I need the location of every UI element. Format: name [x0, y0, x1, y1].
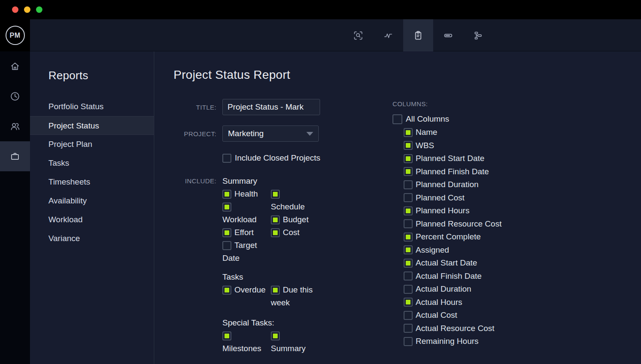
checkbox[interactable]: [404, 167, 413, 176]
include-item-milestones[interactable]: Milestones: [222, 329, 267, 355]
home-icon[interactable]: [0, 51, 30, 81]
checkbox-label: Planned Finish Date: [416, 167, 489, 176]
include-item-schedule[interactable]: Schedule: [271, 188, 316, 213]
zoom-window-button[interactable]: [36, 6, 42, 13]
checkbox[interactable]: [404, 219, 413, 228]
include-item-overdue[interactable]: Overdue: [222, 283, 267, 296]
reports-icon[interactable]: [403, 19, 433, 51]
sidebar-item-project-plan[interactable]: Project Plan: [30, 135, 154, 154]
checkbox-label: Planned Hours: [416, 206, 470, 215]
checkbox[interactable]: [404, 311, 413, 320]
app-logo[interactable]: PM: [0, 19, 30, 51]
include-item-workload[interactable]: Workload: [222, 200, 267, 226]
column-item-planned-start-date[interactable]: Planned Start Date: [404, 152, 502, 165]
checkbox[interactable]: [404, 141, 413, 150]
time-icon[interactable]: [0, 81, 30, 111]
checkbox[interactable]: [271, 190, 280, 199]
checkbox[interactable]: [271, 215, 280, 224]
projects-icon[interactable]: [0, 141, 30, 171]
checkbox-label: Workload: [222, 215, 257, 224]
pm-logo-icon: PM: [6, 26, 25, 45]
all-columns-checkbox[interactable]: [392, 114, 402, 124]
include-item-cost[interactable]: Cost: [271, 226, 316, 239]
include-item-target-date[interactable]: Target Date: [222, 239, 267, 265]
team-icon[interactable]: [0, 111, 30, 141]
activity-icon[interactable]: [373, 19, 403, 51]
column-item-remaining-hours[interactable]: Remaining Hours: [404, 335, 502, 348]
column-item-planned-finish-date[interactable]: Planned Finish Date: [404, 165, 502, 179]
sidebar-item-tasks[interactable]: Tasks: [30, 154, 154, 173]
include-item-due-this-week[interactable]: Due this week: [271, 283, 316, 309]
checkbox[interactable]: [404, 180, 413, 189]
checkbox[interactable]: [222, 241, 231, 250]
report-form: TITLE: PROJECT: Marketing Include Closed…: [174, 82, 392, 355]
checkbox[interactable]: [222, 203, 231, 212]
sidebar-item-timesheets[interactable]: Timesheets: [30, 173, 154, 191]
columns-list: Name WBS Planned Start Date Planned Fini…: [392, 126, 502, 348]
window-titlebar: [0, 0, 641, 19]
checkbox[interactable]: [222, 228, 231, 237]
include-field-label: INCLUDE:: [174, 175, 216, 355]
checkbox[interactable]: [404, 128, 413, 137]
checkbox-label: Health: [234, 189, 258, 198]
include-item-budget[interactable]: Budget: [271, 213, 316, 226]
checkbox[interactable]: [271, 228, 280, 237]
sidebar-item-availability[interactable]: Availability: [30, 191, 154, 210]
include-closed-checkbox[interactable]: [222, 154, 231, 163]
column-item-planned-hours[interactable]: Planned Hours: [404, 204, 502, 218]
close-window-button[interactable]: [12, 6, 18, 13]
checkbox[interactable]: [404, 206, 413, 215]
column-item-name[interactable]: Name: [404, 126, 502, 139]
sidebar-item-workload[interactable]: Workload: [30, 210, 154, 229]
column-item-actual-finish-date[interactable]: Actual Finish Date: [404, 270, 502, 283]
sidebar-item-variance[interactable]: Variance: [30, 229, 154, 248]
checkbox-label: Actual Cost: [416, 310, 457, 320]
checkbox[interactable]: [404, 193, 413, 202]
minimize-window-button[interactable]: [24, 6, 30, 13]
workflow-icon[interactable]: [463, 19, 493, 51]
zoom-search-icon[interactable]: [343, 19, 373, 51]
checkbox[interactable]: [404, 272, 413, 280]
checkbox-label: Name: [416, 128, 437, 137]
include-item-summary[interactable]: Summary: [271, 329, 316, 355]
checkbox[interactable]: [404, 245, 413, 254]
checkbox[interactable]: [404, 233, 413, 242]
checkbox[interactable]: [222, 331, 231, 340]
checkbox[interactable]: [404, 259, 413, 268]
column-item-actual-hours[interactable]: Actual Hours: [404, 296, 502, 309]
topnav-spacer: [30, 19, 343, 51]
checkbox[interactable]: [404, 154, 413, 163]
column-item-actual-cost[interactable]: Actual Cost: [404, 309, 502, 322]
checkbox[interactable]: [404, 298, 413, 307]
column-item-planned-resource-cost[interactable]: Planned Resource Cost: [404, 218, 502, 231]
column-item-percent-complete[interactable]: Percent Complete: [404, 230, 502, 244]
checkbox[interactable]: [271, 286, 280, 295]
sidebar-item-project-status[interactable]: Project Status: [30, 116, 154, 135]
checkbox[interactable]: [404, 285, 413, 294]
column-item-planned-cost[interactable]: Planned Cost: [404, 191, 502, 205]
sidebar-item-portfolio-status[interactable]: Portfolio Status: [30, 97, 154, 116]
checkbox[interactable]: [222, 190, 231, 199]
checkbox[interactable]: [271, 331, 280, 340]
checkbox-label: Planned Start Date: [416, 154, 485, 163]
all-columns-item[interactable]: All Columns: [392, 112, 502, 126]
checkbox[interactable]: [222, 286, 231, 295]
column-item-actual-resource-cost[interactable]: Actual Resource Cost: [404, 322, 502, 335]
column-item-actual-start-date[interactable]: Actual Start Date: [404, 257, 502, 270]
include-section-heading: Special Tasks:: [222, 316, 319, 329]
column-item-assigned[interactable]: Assigned: [404, 244, 502, 257]
checkbox-label: Actual Finish Date: [416, 272, 482, 281]
include-item-effort[interactable]: Effort: [222, 226, 267, 239]
project-select[interactable]: Marketing: [222, 125, 319, 142]
column-item-wbs[interactable]: WBS: [404, 139, 502, 152]
column-item-actual-duration[interactable]: Actual Duration: [404, 283, 502, 296]
include-item-health[interactable]: Health: [222, 188, 267, 200]
page-title: Project Status Report: [174, 68, 641, 82]
checkbox[interactable]: [404, 337, 413, 346]
include-section-heading: Summary: [222, 175, 319, 188]
timeline-icon[interactable]: [433, 19, 463, 51]
checkbox-label: Remaining Hours: [416, 337, 479, 346]
report-title-input[interactable]: [222, 99, 320, 115]
column-item-planned-duration[interactable]: Planned Duration: [404, 178, 502, 191]
checkbox[interactable]: [404, 324, 413, 333]
